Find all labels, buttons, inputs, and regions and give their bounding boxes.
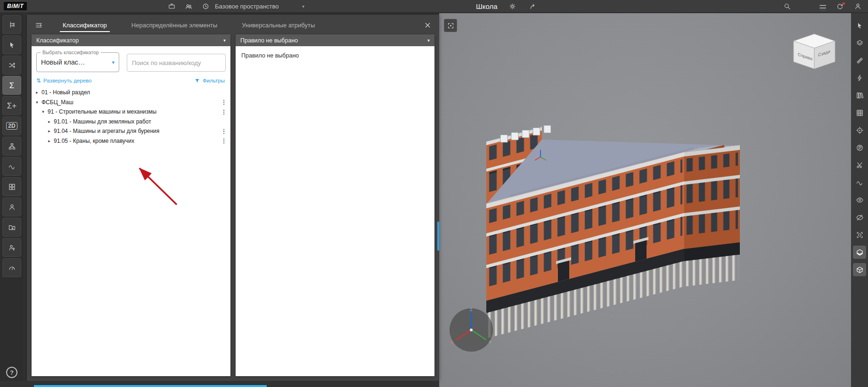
rule-panel-header[interactable]: Правило не выбрано ▾ bbox=[236, 34, 434, 46]
item-menu-icon[interactable]: ⋮ bbox=[220, 128, 228, 135]
graphs-button[interactable] bbox=[853, 176, 866, 189]
search-button[interactable] bbox=[781, 1, 793, 12]
tree-actions-row: ⇅ Развернуть дерево Фильтры bbox=[32, 73, 230, 86]
close-dialog-button[interactable] bbox=[420, 18, 434, 32]
item-menu-icon[interactable]: ⋮ bbox=[220, 108, 228, 115]
menu-button[interactable] bbox=[816, 1, 827, 12]
classifier-panel-header[interactable]: Классификатор ▾ bbox=[32, 34, 230, 46]
tree-item-label: 91.04 - Машины и агрегаты для бурения bbox=[54, 128, 159, 134]
schemes-button[interactable] bbox=[2, 137, 21, 156]
search-icon bbox=[783, 2, 791, 10]
workspace-selector[interactable]: Базовое пространство ▾ bbox=[215, 0, 304, 13]
hide-elements-button[interactable] bbox=[853, 211, 866, 224]
filters-button[interactable]: Фильтры bbox=[194, 78, 225, 84]
eye-icon bbox=[856, 196, 864, 204]
item-menu-icon[interactable]: ⋮ bbox=[220, 137, 228, 144]
dashboard-button[interactable] bbox=[2, 258, 21, 277]
search-field[interactable] bbox=[127, 54, 226, 72]
workspace-label: Базовое пространство bbox=[215, 3, 279, 10]
tree-item[interactable]: ▾ 91 - Строительные машины и механизмы ⋮ bbox=[32, 107, 230, 117]
chevron-down-icon: ▾ bbox=[302, 4, 304, 9]
tree-item[interactable]: ▾ ФСБЦ_Маш ⋮ bbox=[32, 98, 230, 107]
panel-resize-handle[interactable] bbox=[437, 222, 439, 251]
rule-panel: Правило не выбрано ▾ Правило не выбрано bbox=[236, 34, 434, 376]
navigation-cube[interactable]: Справа Сзади bbox=[792, 32, 837, 71]
ground-view-button[interactable] bbox=[853, 246, 866, 259]
chevron-right-icon[interactable]: ▸ bbox=[46, 119, 53, 124]
tab-classifier[interactable]: Классификатор bbox=[50, 16, 119, 33]
projects-button[interactable] bbox=[166, 1, 177, 12]
apps-grid-icon bbox=[8, 183, 16, 191]
drawings-2d-button[interactable]: 2D bbox=[2, 116, 21, 135]
charts-button[interactable] bbox=[2, 157, 21, 176]
expand-tree-link[interactable]: ⇅ Развернуть дерево bbox=[36, 77, 92, 84]
axis-z-label: Z bbox=[470, 307, 473, 312]
chevron-right-icon[interactable]: ▸ bbox=[46, 129, 53, 133]
share-button[interactable] bbox=[528, 1, 539, 12]
section-cut-button[interactable] bbox=[853, 158, 866, 172]
select-tool-button[interactable] bbox=[2, 35, 21, 54]
select-area-button[interactable] bbox=[853, 19, 866, 32]
tree-item[interactable]: ▸ 91.01 - Машины для земляных работ bbox=[32, 117, 230, 127]
selection-frame-icon bbox=[856, 231, 864, 239]
tree-item[interactable]: ▸ 01 - Новый раздел bbox=[32, 88, 230, 98]
account-button[interactable] bbox=[852, 1, 863, 12]
history-button[interactable] bbox=[200, 1, 211, 12]
parking-button[interactable] bbox=[853, 141, 866, 154]
model-structure-button[interactable] bbox=[2, 15, 21, 34]
chevron-right-icon[interactable]: ▸ bbox=[46, 139, 53, 143]
tree-item[interactable]: ▸ 91.05 - Краны, кроме плавучих ⋮ bbox=[32, 136, 230, 146]
wave-icon bbox=[856, 179, 864, 187]
settings-button[interactable] bbox=[507, 1, 518, 12]
chevron-down-icon[interactable]: ▾ bbox=[33, 100, 41, 105]
item-menu-icon[interactable]: ⋮ bbox=[220, 99, 228, 106]
section-layers-button[interactable] bbox=[853, 36, 866, 49]
focus-model-button[interactable] bbox=[444, 19, 457, 32]
topbar-tools bbox=[166, 0, 211, 13]
chevron-down-icon[interactable]: ▾ bbox=[40, 109, 47, 114]
tab-universal-attributes[interactable]: Универсальные атрибуты bbox=[229, 16, 327, 33]
orientation-gizmo[interactable]: Z X Y bbox=[447, 305, 496, 354]
tree-item[interactable]: ▸ 91.04 - Машины и агрегаты для бурения … bbox=[32, 126, 230, 136]
library-button[interactable] bbox=[853, 89, 866, 102]
show-elements-button[interactable] bbox=[853, 193, 866, 206]
help-button[interactable]: ? bbox=[6, 367, 17, 378]
building-model[interactable] bbox=[439, 13, 851, 387]
tree-item-label: 91 - Строительные машины и механизмы bbox=[48, 108, 156, 115]
user-icon bbox=[8, 203, 16, 211]
plugins-button[interactable] bbox=[2, 177, 21, 196]
sigma-plus-icon: Σ+ bbox=[7, 102, 16, 110]
selection-frame-button[interactable] bbox=[853, 228, 866, 241]
quick-actions-button[interactable] bbox=[853, 71, 866, 84]
measure-button[interactable] bbox=[853, 54, 866, 67]
app-logo: BiMiT bbox=[4, 2, 27, 10]
cursor-icon bbox=[856, 22, 864, 30]
cursor-icon bbox=[8, 41, 16, 49]
estimates-button[interactable]: Σ+ bbox=[2, 96, 21, 115]
user-location-button[interactable] bbox=[2, 238, 21, 257]
grid-button[interactable] bbox=[853, 106, 866, 119]
orbit-view-button[interactable] bbox=[853, 263, 866, 276]
gauge-icon bbox=[8, 264, 16, 272]
building-side-facade bbox=[684, 146, 740, 287]
project-title: Школа bbox=[476, 2, 498, 10]
connections-icon bbox=[8, 61, 16, 69]
profile-button[interactable] bbox=[2, 198, 21, 216]
model-tree-icon bbox=[8, 21, 16, 29]
viewport-3d[interactable]: Справа Сзади Z X Y bbox=[439, 13, 851, 387]
locate-button[interactable] bbox=[853, 124, 866, 137]
chevron-right-icon[interactable]: ▸ bbox=[33, 90, 41, 95]
tab-unallocated-elements[interactable]: Нераспределённые элементы bbox=[119, 16, 229, 33]
sync-button[interactable] bbox=[834, 1, 845, 12]
classifier-select[interactable]: Выбрать классификатор Новый клас… ▾ bbox=[36, 52, 119, 72]
classifier-button[interactable]: Σ bbox=[2, 76, 21, 95]
close-icon bbox=[424, 21, 432, 29]
chevron-down-icon: ▾ bbox=[112, 59, 115, 66]
top-bar: BiMiT Базовое пространство ▾ Школа bbox=[0, 0, 868, 13]
team-button[interactable] bbox=[183, 1, 194, 12]
relations-button[interactable] bbox=[2, 56, 21, 74]
shared-projects-button[interactable] bbox=[2, 218, 21, 237]
collapse-panel-button[interactable] bbox=[32, 18, 46, 32]
panel-menu-icon bbox=[35, 21, 43, 29]
search-input[interactable] bbox=[132, 59, 221, 66]
